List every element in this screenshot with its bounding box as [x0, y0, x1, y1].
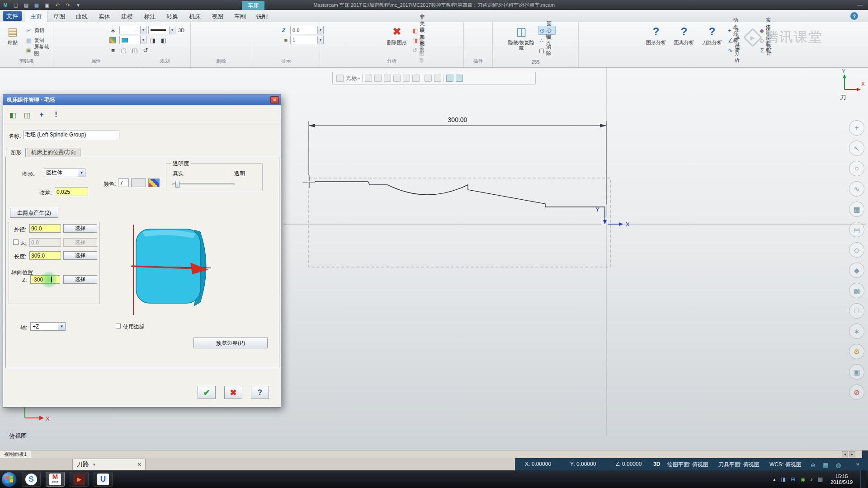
tab-wireframe[interactable]: 草图 — [48, 11, 70, 22]
selection-tool-8[interactable] — [434, 75, 441, 82]
tab-model[interactable]: 建模 — [116, 11, 138, 22]
transparency-slider-thumb[interactable] — [175, 181, 179, 188]
tab-solids[interactable]: 实体 — [94, 11, 115, 22]
selection-tool-5[interactable] — [403, 75, 410, 82]
color-number-input[interactable] — [118, 178, 129, 187]
add-component-icon[interactable]: + — [36, 109, 47, 121]
tab-shape[interactable]: 图形 — [6, 148, 26, 157]
browser-taskbar-button[interactable]: S — [22, 472, 41, 487]
analyze-chain-button[interactable]: ∿ 串连分析 — [728, 46, 742, 55]
tray-shield-icon[interactable]: ◉ — [800, 476, 805, 483]
selection-tool-6[interactable] — [412, 75, 420, 82]
use-edge-checkbox[interactable] — [116, 324, 121, 328]
analyze-toolpath-button[interactable]: ? 刀路分析 — [699, 24, 725, 45]
od-select-button[interactable]: 选择 — [63, 224, 97, 233]
minimize-button[interactable]: — — [857, 0, 863, 10]
cancel-button[interactable]: ✖ — [224, 386, 242, 399]
set-attr-button-3[interactable]: ◫ — [131, 46, 138, 55]
paste-button[interactable]: ▤ 粘贴 — [3, 24, 23, 45]
all-filter-icon[interactable]: ∗ — [849, 324, 864, 339]
panel-scroll-left-icon[interactable]: ◂ — [842, 451, 848, 457]
tray-expand-icon[interactable]: ▴ — [773, 476, 776, 483]
selection-tool-4[interactable] — [393, 75, 401, 82]
z-input[interactable] — [30, 275, 60, 284]
dialog-help-button[interactable]: ? — [251, 386, 269, 399]
solid-filter-icon[interactable]: ◆ — [849, 263, 864, 278]
globe-icon[interactable]: ◍ — [834, 461, 843, 469]
toolpaths-collapse-icon[interactable]: ▾ — [93, 462, 95, 467]
mastercam-taskbar-button[interactable]: M2017 — [46, 472, 65, 487]
tab-transform[interactable]: 转换 — [161, 11, 183, 22]
color-swatch[interactable] — [131, 178, 146, 187]
tailstock-icon[interactable]: ! — [50, 109, 62, 121]
selection-tool-2[interactable] — [374, 75, 382, 82]
tab-file[interactable]: 文件 — [3, 11, 22, 21]
tab-home[interactable]: 主页 — [25, 11, 47, 22]
panel-scroll-right-icon[interactable]: ▸ — [849, 451, 855, 457]
ok-button[interactable]: ✔ — [198, 386, 216, 399]
panel-icon[interactable]: ▣ — [849, 364, 864, 380]
selection-tool-10[interactable] — [456, 75, 463, 82]
tray-volume-icon[interactable]: ♪ — [810, 476, 813, 483]
chuck-icon[interactable]: ◫ — [21, 109, 33, 121]
help-icon[interactable]: ? — [850, 12, 858, 20]
tab-curves[interactable]: 曲线 — [71, 11, 93, 22]
id-checkbox[interactable] — [13, 239, 19, 245]
status-wcs[interactable]: WCS: 俯视图 — [769, 461, 802, 469]
chord-input[interactable] — [55, 188, 88, 196]
machine-icon[interactable]: ◧ — [7, 109, 19, 121]
grid-toggle-icon[interactable]: ▦ — [821, 461, 830, 469]
status-cplane[interactable]: 绘图平面: 俯视图 — [667, 461, 708, 469]
status-more-icon[interactable]: » — [856, 461, 859, 467]
tab-milling[interactable]: 铣削 — [252, 11, 272, 22]
selection-tool-1[interactable] — [365, 75, 372, 82]
redo-icon[interactable]: ↷ — [64, 1, 71, 9]
dialog-title-bar[interactable]: 机床组件管理 - 毛坯 — [3, 94, 281, 105]
tray-ime-icon[interactable]: ▥ — [818, 476, 823, 483]
tab-machine[interactable]: 机床 — [184, 11, 206, 22]
select-arrow-icon[interactable]: ↖ — [849, 141, 864, 156]
selection-tool-7[interactable] — [425, 75, 432, 82]
toolpaths-panel-tab[interactable]: 刀路 ▾ ✕ — [72, 459, 146, 470]
shape-dropdown[interactable]: 圆柱体▼ — [44, 169, 85, 177]
color-palette-button[interactable] — [148, 178, 160, 187]
spline-filter-icon[interactable]: ∿ — [849, 181, 864, 197]
axis-dropdown[interactable]: +Z▼ — [30, 322, 66, 331]
section-view-icon[interactable]: ⊕ — [809, 461, 817, 469]
gear-icon[interactable]: ⚙ — [849, 344, 864, 359]
preview-boundary-button[interactable]: 预览边界(P) — [193, 338, 268, 348]
selection-tool-9[interactable] — [446, 75, 453, 82]
autocursor-icon[interactable] — [336, 75, 344, 82]
transparency-slider[interactable] — [172, 183, 235, 185]
point-style-button[interactable]: ∗ — [109, 26, 117, 35]
length-select-button[interactable]: 选择 — [63, 251, 97, 260]
undo-icon[interactable]: ↶ — [54, 1, 61, 9]
show-desktop-button[interactable] — [860, 470, 866, 488]
two-points-button[interactable]: 由两点产生(2) — [10, 208, 58, 218]
analyze-entity-button[interactable]: ? 图形分析 — [643, 24, 669, 45]
new-file-icon[interactable]: ▢ — [12, 1, 19, 9]
analyze-distance-button[interactable]: ? 距离分析 — [671, 24, 697, 45]
screenshot-button[interactable]: ▣ 屏幕截图 — [25, 46, 53, 55]
u-app-taskbar-button[interactable]: U — [94, 472, 113, 487]
tab-drafting[interactable]: 标注 — [139, 11, 160, 22]
plane-icon[interactable]: ▤ — [849, 222, 864, 237]
surface-filter-icon[interactable]: ◇ — [849, 242, 864, 258]
grid-icon[interactable]: ▦ — [849, 202, 864, 217]
taskbar-clock[interactable]: 15:15 2018/5/19 — [828, 474, 855, 485]
print-icon[interactable]: ▣ — [43, 1, 51, 9]
name-input[interactable] — [23, 131, 119, 139]
status-3d-toggle[interactable]: 3D — [653, 461, 660, 467]
od-input[interactable] — [29, 224, 61, 233]
mesh-filter-icon[interactable]: ▩ — [849, 283, 864, 298]
set-attr-button-2[interactable]: ▢ — [120, 46, 127, 55]
tencent-classroom-taskbar-button[interactable]: ▶ — [70, 472, 89, 487]
block-icon[interactable]: □ — [849, 303, 864, 319]
statistics-button[interactable]: Σ 统计 — [760, 46, 774, 55]
cursor-dropdown[interactable]: 光标 ▾ — [346, 75, 360, 82]
toolpaths-close-icon[interactable]: ✕ — [137, 461, 142, 468]
tray-network-icon[interactable]: ⊞ — [791, 476, 795, 483]
add-icon[interactable]: + — [849, 120, 864, 136]
mastercam-logo-icon[interactable]: M — [2, 1, 9, 9]
save-icon[interactable]: ▦ — [33, 1, 40, 9]
